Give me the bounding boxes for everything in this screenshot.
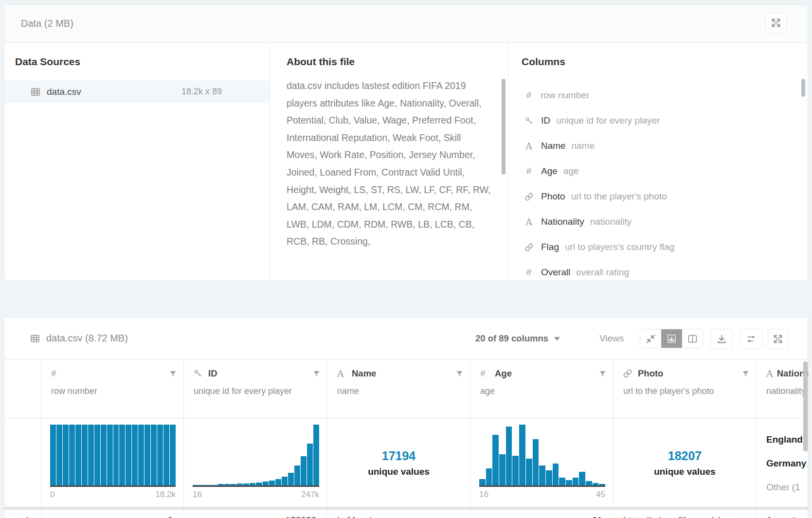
download-button[interactable] bbox=[710, 329, 733, 349]
column-list-item[interactable]: ANamename bbox=[522, 133, 808, 159]
column-header-label: Age bbox=[495, 368, 512, 379]
axis-min-label: 16 bbox=[193, 490, 202, 500]
settings-button[interactable] bbox=[740, 329, 762, 349]
column-list-item[interactable]: #Overalloverall rating bbox=[522, 260, 808, 282]
expand-button[interactable] bbox=[766, 13, 786, 33]
hash-icon: # bbox=[480, 368, 486, 379]
header-cell-id[interactable]: IDunique id for every player bbox=[184, 359, 327, 419]
column-type-icon bbox=[523, 243, 535, 251]
split-view-button[interactable] bbox=[682, 329, 703, 348]
histogram-bar bbox=[69, 425, 75, 485]
histogram-view-button[interactable] bbox=[661, 329, 682, 348]
filter-icon[interactable] bbox=[599, 370, 606, 377]
hash-icon: # bbox=[526, 166, 532, 177]
table-row[interactable]: 10158023L. Messi31https://cdn.sofifa.com… bbox=[4, 510, 809, 518]
table-grid-icon bbox=[30, 334, 40, 343]
sliders-icon bbox=[746, 334, 756, 344]
source-dimensions: 18.2k x 89 bbox=[181, 87, 222, 97]
histogram-bar bbox=[512, 456, 519, 485]
header-cell-age[interactable]: #Ageage bbox=[470, 359, 614, 419]
histogram-bar bbox=[250, 483, 255, 485]
histogram-bar bbox=[553, 464, 559, 485]
columns-scrollbar[interactable] bbox=[801, 79, 805, 97]
histogram-bar bbox=[212, 485, 217, 485]
column-list-item[interactable]: IDunique id for every player bbox=[522, 108, 808, 133]
row-cell: 31 bbox=[470, 510, 614, 518]
stats-cell-id: 16247k bbox=[184, 419, 327, 507]
column-list-item[interactable]: Photourl to the player's photo bbox=[522, 184, 808, 209]
histogram-bar bbox=[559, 478, 565, 485]
histogram-bar bbox=[88, 425, 94, 485]
column-header-label: Photo bbox=[638, 368, 663, 379]
column-type-icon bbox=[523, 193, 535, 201]
histogram-bar bbox=[519, 425, 525, 485]
stats-cell-nationality: EnglandGermanyOther (1 bbox=[757, 419, 809, 507]
column-name: Name bbox=[541, 141, 566, 151]
histogram-bar bbox=[151, 425, 157, 485]
histogram-bar bbox=[101, 425, 107, 485]
histogram-bar bbox=[566, 480, 572, 485]
table-scrollbar[interactable] bbox=[803, 361, 808, 451]
histogram-bar bbox=[231, 484, 236, 485]
column-list-item[interactable]: #Ageage bbox=[522, 159, 808, 184]
filter-icon[interactable] bbox=[169, 370, 177, 377]
column-list-item[interactable]: #row number bbox=[522, 83, 808, 108]
column-name: Nationality bbox=[541, 216, 584, 227]
column-list-item[interactable]: ANationalitynationality bbox=[522, 209, 808, 234]
header-cell-name[interactable]: ANamename bbox=[327, 359, 470, 419]
data-sources-heading: Data Sources bbox=[15, 56, 270, 68]
histogram-bar bbox=[256, 482, 262, 485]
column-list-item[interactable]: Flagurl to players's country flag bbox=[522, 234, 808, 260]
unique-values-stat: 17194unique values bbox=[327, 419, 470, 507]
histogram-bar bbox=[243, 483, 249, 485]
columns-list: #row numberIDunique id for every playerA… bbox=[522, 83, 808, 282]
column-type-icon: # bbox=[523, 267, 535, 278]
table-stats-row: 018.2k16247k17194unique values164518207u… bbox=[4, 419, 809, 507]
columns-selector-dropdown[interactable]: 20 of 89 columns bbox=[475, 318, 560, 359]
expand-table-button[interactable] bbox=[768, 329, 788, 349]
download-icon bbox=[717, 334, 727, 344]
axis-max-label: 45 bbox=[596, 490, 605, 500]
histogram-bar bbox=[282, 477, 288, 485]
unique-label: unique values bbox=[368, 466, 430, 477]
column-type-icon bbox=[623, 369, 634, 378]
data-source-row[interactable]: data.csv 18.2k x 89 bbox=[4, 80, 270, 103]
histogram-bar bbox=[573, 478, 579, 485]
table-toolbar: data.csv (8.72 MB) 20 of 89 columns View… bbox=[4, 318, 808, 359]
column-header-label: ID bbox=[208, 368, 217, 379]
column-name: Photo bbox=[541, 191, 565, 202]
about-description: data.csv includes lastest edition FIFA 2… bbox=[287, 77, 494, 250]
column-name: Age bbox=[541, 166, 558, 177]
axis-max-label: 247k bbox=[301, 490, 319, 500]
filter-icon[interactable] bbox=[456, 370, 463, 377]
axis-max-label: 18.2k bbox=[155, 490, 176, 500]
column-header-description: row number bbox=[51, 386, 177, 396]
string-icon: A bbox=[525, 141, 532, 151]
column-type-icon: # bbox=[51, 368, 62, 379]
column-header-description: age bbox=[480, 386, 606, 396]
row-cell: 0 bbox=[41, 510, 184, 518]
hash-icon: # bbox=[51, 368, 56, 379]
row-cell: Argentina bbox=[757, 510, 809, 518]
histogram-bar bbox=[313, 425, 319, 485]
filter-icon[interactable] bbox=[742, 370, 749, 377]
histogram-bar bbox=[144, 425, 150, 485]
histogram-bar bbox=[586, 481, 592, 485]
unique-label: unique values bbox=[654, 466, 716, 477]
stats-cell-rownum: 018.2k bbox=[41, 419, 184, 507]
kaggle-dataset-page: { "colors": { "accent_blue": "#0f86b8", … bbox=[0, 0, 812, 518]
unique-count: 18207 bbox=[668, 449, 702, 463]
histogram-bar bbox=[94, 425, 100, 485]
source-file-name: data.csv bbox=[47, 87, 81, 97]
histogram-bar bbox=[205, 485, 211, 485]
header-cell-nationality[interactable]: ANationalitynationality bbox=[757, 359, 809, 419]
histogram-bar bbox=[119, 425, 125, 485]
header-cell-rownum[interactable]: #row number bbox=[41, 359, 184, 419]
histogram-bar bbox=[132, 425, 138, 485]
filter-icon[interactable] bbox=[313, 370, 320, 377]
about-scrollbar[interactable] bbox=[502, 79, 505, 175]
about-heading: About this file bbox=[287, 56, 508, 68]
header-cell-photo[interactable]: Photourl to the player's photo bbox=[614, 359, 757, 419]
compact-view-button[interactable] bbox=[640, 329, 661, 348]
histogram-bar bbox=[307, 444, 313, 485]
